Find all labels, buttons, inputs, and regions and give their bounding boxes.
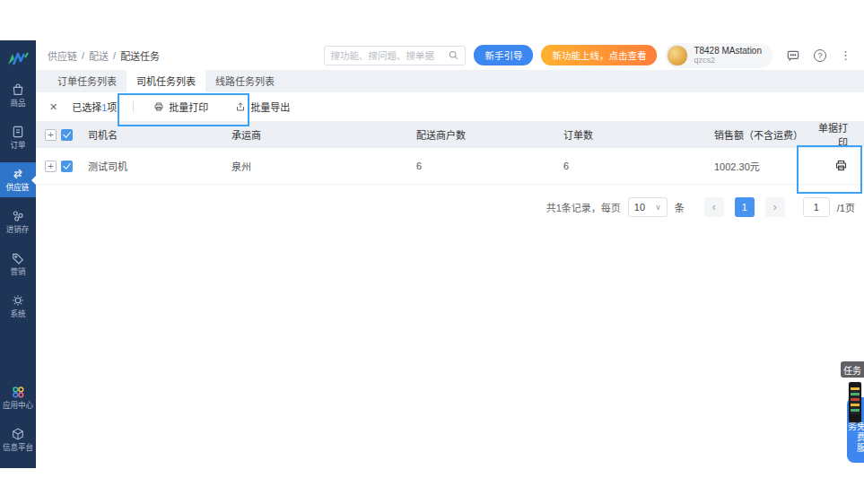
printer-icon bbox=[834, 159, 848, 172]
sidebar-item-app-center[interactable]: 应用中心 bbox=[0, 380, 36, 415]
col-carrier: 承运商 bbox=[231, 127, 382, 142]
sidebar-bottom-group: 应用中心 信息平台 bbox=[0, 373, 36, 457]
sidebar: 商品 订单 供应链 进销存 bbox=[0, 40, 36, 468]
pagination: 共1条记录，每页 10 ∨ 条 ‹ 1 › /1页 bbox=[36, 185, 864, 217]
expand-all-cell: + bbox=[36, 129, 61, 141]
sidebar-item-label: 商品 bbox=[10, 100, 25, 108]
page-size-select[interactable]: 10 ∨ bbox=[628, 197, 668, 217]
table-row: + 测试司机 泉州 6 6 1002.30元 bbox=[36, 148, 864, 185]
global-search[interactable] bbox=[324, 46, 466, 65]
row-print-button[interactable] bbox=[834, 159, 848, 174]
service-ribbon-label: 免费服务 bbox=[847, 421, 864, 463]
cell-sales-amount: 1002.30元 bbox=[676, 159, 809, 173]
row-expand-button[interactable]: + bbox=[45, 161, 57, 172]
batch-export-button[interactable]: 批量导出 bbox=[235, 100, 290, 114]
bag-icon bbox=[11, 83, 25, 97]
app-logo[interactable] bbox=[0, 40, 36, 71]
cell-carrier: 泉州 bbox=[231, 159, 382, 173]
page-jump-input[interactable] bbox=[803, 197, 830, 217]
col-order-count: 订单数 bbox=[526, 127, 676, 142]
swap-arrows-icon bbox=[11, 167, 25, 181]
row-check-cell bbox=[61, 161, 88, 172]
search-icon[interactable] bbox=[448, 49, 459, 61]
printer-icon bbox=[153, 101, 164, 112]
selected-prefix: 已选择 bbox=[72, 102, 101, 113]
sidebar-item-marketing[interactable]: 营销 bbox=[0, 247, 36, 282]
sidebar-item-orders[interactable]: 订单 bbox=[0, 120, 36, 155]
batch-export-label: 批量导出 bbox=[250, 100, 290, 114]
breadcrumb: 供应链 / 配送 / 配送任务 bbox=[48, 48, 160, 63]
screen: 商品 订单 供应链 进销存 bbox=[0, 0, 864, 504]
row-checkbox[interactable] bbox=[61, 161, 73, 172]
user-chip[interactable]: T8428 MAstation qzcs2 bbox=[665, 43, 772, 68]
col-doc-print: 单据打印 bbox=[809, 120, 864, 149]
record-count-text: 共1条记录，每页 bbox=[546, 200, 621, 214]
promo-button[interactable]: 新功能上线，点击查看 bbox=[541, 45, 657, 65]
sidebar-item-supply-chain[interactable]: 供应链 bbox=[0, 162, 36, 197]
breadcrumb-item[interactable]: 配送 bbox=[89, 48, 109, 63]
cell-driver-name: 测试司机 bbox=[88, 159, 231, 173]
topbar-right: 新手引导 新功能上线，点击查看 T8428 MAstation qzcs2 bbox=[324, 43, 855, 68]
selected-suffix: 项 bbox=[107, 102, 117, 113]
cell-doc-print bbox=[809, 159, 864, 174]
task-drawer-tab[interactable]: 任务 bbox=[841, 361, 864, 378]
order-doc-icon bbox=[11, 125, 25, 139]
promo-phone-thumbnail bbox=[849, 382, 861, 422]
sidebar-item-goods[interactable]: 商品 bbox=[0, 78, 36, 113]
user-name: T8428 MAstation bbox=[694, 46, 762, 56]
chevron-down-icon: ∨ bbox=[655, 203, 661, 212]
tag-icon bbox=[11, 251, 25, 265]
user-info: T8428 MAstation qzcs2 bbox=[694, 46, 762, 65]
expand-all-button[interactable]: + bbox=[45, 129, 57, 141]
next-page-button[interactable]: › bbox=[765, 197, 785, 217]
page-number-button[interactable]: 1 bbox=[735, 197, 755, 217]
batch-toolbar: ✕ 已选择1项 批量打印 批量导出 bbox=[36, 92, 864, 121]
sidebar-item-label: 营销 bbox=[10, 268, 25, 276]
app-window: 商品 订单 供应链 进销存 bbox=[0, 40, 864, 468]
breadcrumb-item[interactable]: 供应链 bbox=[48, 48, 77, 63]
select-all-cell bbox=[61, 129, 88, 141]
logo-icon bbox=[7, 52, 29, 65]
total-pages-text: /1页 bbox=[837, 200, 855, 214]
cube-icon bbox=[11, 427, 25, 441]
task-tabs: 订单任务列表 司机任务列表 线路任务列表 bbox=[36, 70, 864, 92]
sidebar-item-info-platform[interactable]: 信息平台 bbox=[0, 422, 36, 457]
clear-selection-icon[interactable]: ✕ bbox=[49, 101, 57, 113]
apps-icon bbox=[11, 385, 25, 399]
kebab-menu-icon[interactable]: ⋮ bbox=[840, 49, 851, 61]
sidebar-item-system[interactable]: 系统 bbox=[0, 289, 36, 324]
message-icon[interactable] bbox=[786, 48, 800, 63]
sidebar-item-label: 信息平台 bbox=[3, 444, 33, 452]
breadcrumb-current: 配送任务 bbox=[120, 48, 160, 63]
nodes-icon bbox=[11, 209, 25, 223]
breadcrumb-separator: / bbox=[82, 50, 84, 61]
page-size-unit: 条 bbox=[675, 200, 685, 214]
breadcrumb-separator: / bbox=[113, 50, 116, 61]
help-icon[interactable]: ? bbox=[814, 49, 826, 62]
user-subtitle: qzcs2 bbox=[694, 56, 762, 65]
selection-summary: 已选择1项 bbox=[72, 100, 117, 114]
sidebar-item-label: 订单 bbox=[10, 142, 25, 150]
tab-driver-task-list[interactable]: 司机任务列表 bbox=[127, 69, 205, 92]
guide-button[interactable]: 新手引导 bbox=[474, 45, 533, 65]
sidebar-item-label: 供应链 bbox=[6, 184, 30, 192]
batch-print-label: 批量打印 bbox=[169, 100, 208, 114]
export-icon bbox=[235, 101, 246, 112]
sidebar-item-label: 应用中心 bbox=[3, 402, 33, 410]
prev-page-button[interactable]: ‹ bbox=[704, 197, 724, 217]
sidebar-item-label: 系统 bbox=[10, 310, 25, 318]
tab-order-task-list[interactable]: 订单任务列表 bbox=[48, 69, 127, 92]
search-input[interactable] bbox=[330, 50, 448, 61]
gear-icon bbox=[11, 293, 25, 308]
sidebar-item-label: 进销存 bbox=[6, 226, 30, 234]
select-all-checkbox[interactable] bbox=[61, 129, 73, 141]
page-size-value: 10 bbox=[634, 202, 645, 213]
main-area: 供应链 / 配送 / 配送任务 新手引导 新功能上线，点击查看 bbox=[36, 40, 864, 468]
batch-print-button[interactable]: 批量打印 bbox=[153, 100, 208, 114]
sidebar-item-inventory[interactable]: 进销存 bbox=[0, 204, 36, 239]
row-expand-cell: + bbox=[36, 161, 61, 172]
col-sales-amount: 销售额（不含运费） bbox=[676, 127, 809, 142]
col-driver-name: 司机名 bbox=[88, 127, 231, 142]
table-header: + 司机名 承运商 配送商户数 订单数 销售额（不含运费） 单据打印 bbox=[36, 121, 864, 148]
tab-route-task-list[interactable]: 线路任务列表 bbox=[205, 69, 284, 92]
